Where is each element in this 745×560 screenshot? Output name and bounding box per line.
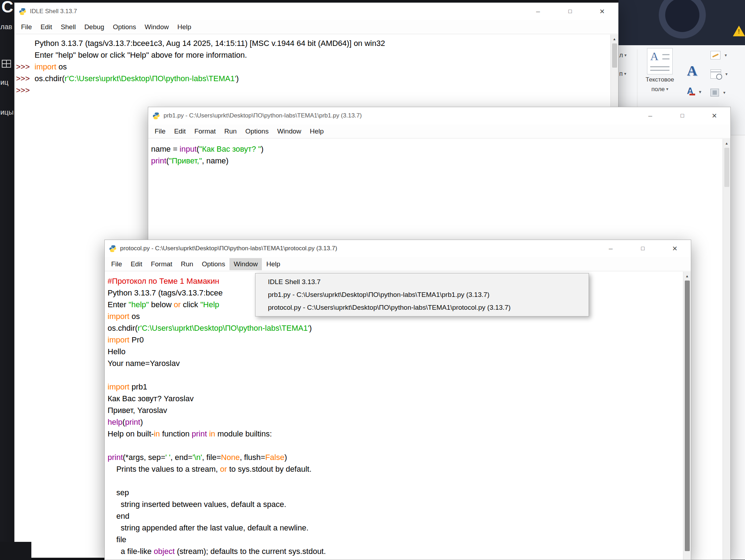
menu-edit[interactable]: Edit xyxy=(36,21,57,33)
code-token: , name) xyxy=(202,156,229,165)
scroll-up-icon[interactable]: ▲ xyxy=(685,272,689,278)
menu-options[interactable]: Options xyxy=(197,258,229,270)
code-line: name = input("Как Вас зовут? ") xyxy=(151,143,730,155)
chevron-down-icon: ▾ xyxy=(723,90,725,95)
menu-format[interactable]: Format xyxy=(190,125,220,137)
code-token: import xyxy=(108,335,129,344)
code-token: Your name=Yaroslav xyxy=(108,359,180,368)
menubar: FileEditFormatRunOptionsWindowHelp xyxy=(148,124,730,138)
code-token: os.chdir( xyxy=(35,74,64,83)
scroll-thumb[interactable] xyxy=(685,281,690,551)
date-time-button[interactable]: ▾ xyxy=(710,69,728,79)
code-line: Python 3.13.7 (tags/v3.13.7:bcee1c3, Aug… xyxy=(16,37,618,49)
scroll-thumb[interactable] xyxy=(612,43,617,68)
code-token: #Протокол по Теме 1 Мамакин xyxy=(108,277,219,286)
code-token: '\n' xyxy=(192,453,202,462)
vertical-scrollbar[interactable]: ▲ xyxy=(683,272,691,560)
titlebar[interactable]: prb1.py - C:\Users\uprkt\Desktop\ПО\pyth… xyxy=(148,107,730,124)
textbox-icon: A xyxy=(647,48,673,74)
menu-file[interactable]: File xyxy=(17,21,36,33)
vertical-scrollbar[interactable]: ▲ xyxy=(723,139,730,560)
shell-prompt: >>> xyxy=(16,61,35,73)
minimize-button[interactable]: ─ xyxy=(595,240,627,257)
window-title: prb1.py - C:\Users\uprkt\Desktop\ПО\pyth… xyxy=(164,112,362,119)
menu-run[interactable]: Run xyxy=(177,258,198,270)
ribbon-cut-label: п xyxy=(619,70,623,77)
code-token: file xyxy=(108,535,126,544)
date-time-icon xyxy=(710,69,721,79)
code-token: None xyxy=(221,453,240,462)
code-line: Help on built-in function print in modul… xyxy=(108,428,691,440)
code-token: Привет, Yaroslav xyxy=(108,406,167,415)
code-token: ) xyxy=(140,418,143,426)
window-title: IDLE Shell 3.13.7 xyxy=(30,8,77,15)
menu-format[interactable]: Format xyxy=(146,258,176,270)
chevron-down-icon: ▾ xyxy=(625,53,627,58)
window-menu-item[interactable]: IDLE Shell 3.13.7 xyxy=(255,276,589,288)
scroll-up-icon[interactable]: ▲ xyxy=(613,35,616,41)
code-token: a file-like xyxy=(108,547,154,556)
code-token: os xyxy=(129,312,140,321)
shell-prompt: >>> xyxy=(16,73,35,84)
code-token: module builtins: xyxy=(215,429,272,438)
code-token: click xyxy=(181,300,200,309)
code-token: sep xyxy=(108,488,129,497)
code-line: import Pr0 xyxy=(108,334,691,346)
chevron-down-icon: ▾ xyxy=(624,71,626,76)
shell-code: Python 3.13.7 (tags/v3.13.7:bcee1c3, Aug… xyxy=(15,35,618,96)
code-token: , end= xyxy=(171,453,193,462)
drop-cap-icon[interactable]: А ▾ xyxy=(687,86,701,96)
maximize-button[interactable]: □ xyxy=(627,240,659,257)
close-button[interactable]: × xyxy=(659,240,691,257)
titlebar[interactable]: IDLE Shell 3.13.7 ─ □ × xyxy=(15,3,618,20)
scroll-thumb[interactable] xyxy=(724,148,729,187)
menu-help[interactable]: Help xyxy=(173,21,196,33)
menu-file[interactable]: File xyxy=(150,125,170,137)
object-button[interactable]: ▾ xyxy=(710,89,725,96)
menu-window[interactable]: Window xyxy=(229,258,262,270)
menu-help[interactable]: Help xyxy=(305,125,328,137)
menu-options[interactable]: Options xyxy=(241,125,273,137)
rail-label-fragment: иц xyxy=(0,78,9,87)
menu-edit[interactable]: Edit xyxy=(170,125,190,137)
maximize-button[interactable]: □ xyxy=(554,3,586,20)
menu-window[interactable]: Window xyxy=(273,125,306,137)
ribbon-cut-button-1[interactable]: л▾ xyxy=(619,52,627,59)
desktop-corner-fragment xyxy=(0,542,31,560)
editor-code: name = input("Как Вас зовут? ")print("Пр… xyxy=(148,139,730,167)
code-token: (*args, sep= xyxy=(123,453,165,462)
maximize-button[interactable]: □ xyxy=(666,107,698,124)
menu-run[interactable]: Run xyxy=(220,125,241,137)
code-token: print xyxy=(151,156,166,165)
close-button[interactable]: × xyxy=(586,3,618,20)
window-menu-item[interactable]: prb1.py - C:\Users\uprkt\Desktop\ПО\pyth… xyxy=(255,288,589,301)
menu-edit[interactable]: Edit xyxy=(126,258,147,270)
textbox-button[interactable]: A Текстовое поле▾ xyxy=(640,48,680,93)
code-token: os.chdir( xyxy=(108,324,138,333)
ribbon-cut-button-2[interactable]: п▾ xyxy=(619,70,626,78)
minimize-button[interactable]: ─ xyxy=(522,3,554,20)
code-token: print xyxy=(108,453,123,462)
menu-window[interactable]: Window xyxy=(140,21,173,33)
close-button[interactable]: × xyxy=(698,107,730,124)
menu-debug[interactable]: Debug xyxy=(80,21,109,33)
menu-help[interactable]: Help xyxy=(262,258,284,270)
code-line: Hello xyxy=(108,346,691,357)
menu-options[interactable]: Options xyxy=(109,21,140,33)
code-line: print("Привет,", name) xyxy=(151,155,730,167)
code-token: or xyxy=(220,465,227,473)
menu-file[interactable]: File xyxy=(107,258,126,270)
window-menu-item[interactable]: protocol.py - C:\Users\uprkt\Desktop\ПО\… xyxy=(255,301,589,314)
signature-line-button[interactable]: ▾ xyxy=(710,51,727,59)
word-title-area xyxy=(619,0,745,45)
wordart-icon[interactable]: A xyxy=(687,62,697,79)
code-line: >>>os.chdir(r'C:\Users\uprkt\Desktop\ПО\… xyxy=(16,73,618,84)
minimize-button[interactable]: ─ xyxy=(634,107,666,124)
code-token: (stream); defaults to the current sys.st… xyxy=(175,547,326,556)
titlebar[interactable]: protocol.py - C:\Users\uprkt\Desktop\ПО\… xyxy=(105,240,691,257)
warning-icon[interactable]: ! xyxy=(733,26,745,36)
code-token: in xyxy=(154,429,160,438)
window-controls: ─ □ × xyxy=(522,3,618,20)
menu-shell[interactable]: Shell xyxy=(56,21,80,33)
scroll-up-icon[interactable]: ▲ xyxy=(725,139,729,145)
